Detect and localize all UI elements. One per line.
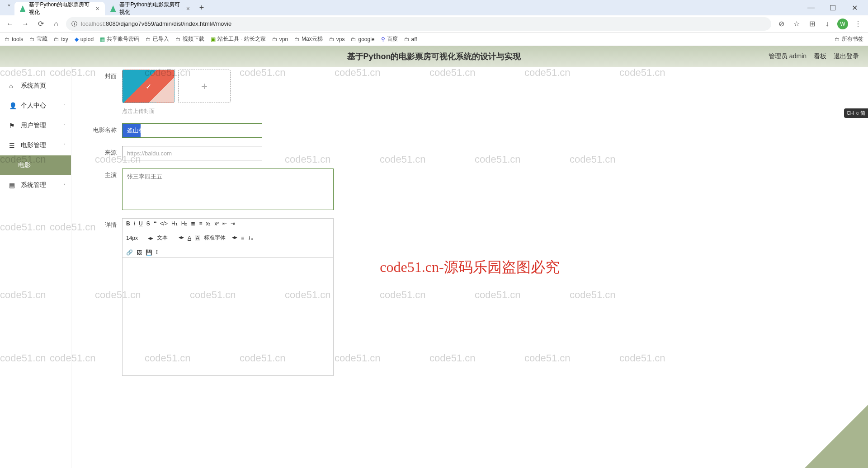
indent-button[interactable]: ⇥ <box>231 220 235 227</box>
sidebar-item-movie[interactable]: 电影 <box>0 155 71 175</box>
bookmark-zhanzhang[interactable]: ▣站长工具 - 站长之家 <box>211 35 266 43</box>
bookmark-treasure[interactable]: 🗀宝藏 <box>29 35 47 43</box>
actors-label: 主演 <box>90 168 117 179</box>
forward-button[interactable]: → <box>20 20 31 28</box>
font-family-select[interactable]: 标准字体◂▸ <box>204 234 237 242</box>
bold-button[interactable]: B <box>126 220 130 227</box>
folder-icon: 🗀 <box>294 36 300 42</box>
h1-button[interactable]: H₁ <box>171 220 178 227</box>
quote-button[interactable]: ❝ <box>154 220 156 227</box>
sidebar-item-users[interactable]: ⚑ 用户管理 ˅ <box>0 116 71 136</box>
home-button[interactable]: ⌂ <box>51 20 61 28</box>
browser-tab-1[interactable]: 基于Python的电影票房可视化 × <box>105 2 195 15</box>
font-size-select[interactable]: 14px◂▸ <box>126 235 153 241</box>
site-info-icon[interactable]: ⓘ <box>71 20 77 28</box>
bookmark-download[interactable]: 🗀视频下载 <box>175 35 204 43</box>
sub-button[interactable]: x₂ <box>206 220 211 227</box>
bookmark-aff[interactable]: 🗀aff <box>404 36 417 42</box>
bookmark-share[interactable]: ▦共享账号密码 <box>100 35 139 43</box>
site-icon: ▦ <box>100 36 105 42</box>
browser-tab-0[interactable]: 基于Python的电影票房可视化 × <box>14 2 105 15</box>
folder-icon: 🗀 <box>329 36 335 42</box>
new-tab-button[interactable]: + <box>195 1 208 14</box>
bookmark-txy[interactable]: 🗀txy <box>54 36 68 42</box>
movie-name-input[interactable] <box>122 123 262 138</box>
folder-icon: 🗀 <box>5 36 10 42</box>
folder-icon: 🗀 <box>175 36 181 42</box>
all-bookmarks[interactable]: 🗀所有书签 <box>835 35 863 43</box>
sidebar-item-home[interactable]: ⌂ 系统首页 <box>0 76 71 96</box>
ul-button[interactable]: ≡ <box>199 220 202 227</box>
sidebar-item-movies[interactable]: ☰ 电影管理 ˄ <box>0 136 71 155</box>
extensions-icon[interactable]: ⊞ <box>807 19 817 28</box>
bookmark-import[interactable]: 🗀已导入 <box>146 35 169 43</box>
sidebar-item-profile[interactable]: 👤 个人中心 ˅ <box>0 96 71 116</box>
italic-button[interactable]: I <box>134 220 135 227</box>
clear-format-button[interactable]: Tₓ <box>248 235 253 241</box>
editor-content[interactable] <box>123 258 333 375</box>
reload-button[interactable]: ⟳ <box>35 19 46 28</box>
logout-link[interactable]: 退出登录 <box>834 52 859 61</box>
name-label: 电影名称 <box>90 123 117 134</box>
download-icon[interactable]: ↓ <box>822 20 833 28</box>
app-header: 基于Python的电影票房可视化系统的设计与实现 管理员 admin 看板 退出… <box>0 46 868 67</box>
bg-color-button[interactable]: A <box>195 235 200 241</box>
url-host: localhost <box>81 20 104 27</box>
board-link[interactable]: 看板 <box>814 52 826 61</box>
window-controls: — ☐ ✕ <box>801 1 864 14</box>
chevron-down-icon: ˅ <box>63 183 66 188</box>
cover-upload-button[interactable]: + <box>178 70 231 103</box>
bookmark-vpn[interactable]: 🗀vpn <box>272 36 288 42</box>
outdent-button[interactable]: ⇤ <box>222 220 227 227</box>
bookmark-google[interactable]: 🗀google <box>351 36 374 42</box>
cover-label: 封面 <box>90 70 117 80</box>
menu-icon[interactable]: ⋮ <box>853 19 863 28</box>
stack-icon: ☰ <box>9 142 16 149</box>
flag-icon: ⚑ <box>9 122 16 129</box>
bookmark-max[interactable]: 🗀Max云梯 <box>294 35 323 43</box>
align-button[interactable]: ≡ <box>241 235 244 241</box>
code-button[interactable]: </> <box>160 220 168 227</box>
source-label: 来源 <box>90 146 117 157</box>
underline-button[interactable]: U <box>139 220 143 227</box>
image-button[interactable]: 🖼 <box>137 249 142 256</box>
folder-icon: 🗀 <box>835 36 840 42</box>
vue-icon <box>20 5 25 12</box>
chevron-down-icon: ˅ <box>63 103 66 108</box>
text-type-select[interactable]: 文本◂▸ <box>157 234 184 242</box>
sidebar: ⌂ 系统首页 👤 个人中心 ˅ ⚑ 用户管理 ˅ ☰ 电影管理 ˄ 电影 ▤ 系… <box>0 67 71 468</box>
strike-button[interactable]: S <box>146 220 150 227</box>
bookmark-vps[interactable]: 🗀vps <box>329 36 345 42</box>
close-button[interactable]: ✕ <box>844 1 864 14</box>
text-color-button[interactable]: A <box>188 235 191 241</box>
source-input[interactable] <box>122 146 262 160</box>
minimize-button[interactable]: — <box>801 1 821 14</box>
password-icon[interactable]: ⊘ <box>776 19 787 28</box>
maximize-button[interactable]: ☐ <box>823 1 843 14</box>
ime-badge[interactable]: CH ♫ 简 <box>844 108 868 118</box>
sidebar-item-system[interactable]: ▤ 系统管理 ˅ <box>0 175 71 195</box>
save-button[interactable]: 💾 <box>146 249 152 256</box>
profile-avatar[interactable]: W <box>837 19 848 29</box>
link-button[interactable]: 🔗 <box>126 249 133 256</box>
admin-label[interactable]: 管理员 admin <box>769 52 807 61</box>
bookmark-icon[interactable]: ☆ <box>791 19 802 28</box>
actors-textarea[interactable] <box>122 168 334 210</box>
sup-button[interactable]: x² <box>214 220 219 227</box>
cover-preview[interactable]: ✓ <box>122 70 175 103</box>
url-path: :8080/django7v659/admin/dist/index.html#… <box>104 20 231 27</box>
back-button[interactable]: ← <box>5 20 15 28</box>
page-title: 基于Python的电影票房可视化系统的设计与实现 <box>347 51 521 62</box>
bookmark-uplod[interactable]: ◆uplod <box>75 36 94 42</box>
url-bar[interactable]: ⓘ localhost:8080/django7v659/admin/dist/… <box>66 17 771 31</box>
bookmark-tools[interactable]: 🗀tools <box>5 36 23 42</box>
ol-button[interactable]: ≣ <box>191 220 195 227</box>
person-icon: 👤 <box>9 102 16 109</box>
bookmark-baidu[interactable]: ⚲百度 <box>381 35 398 43</box>
detail-label: 详情 <box>90 218 117 229</box>
close-icon[interactable]: × <box>96 5 99 12</box>
site-icon: ◆ <box>75 36 79 42</box>
tab-dropdown[interactable]: ˅ <box>4 2 14 13</box>
h2-button[interactable]: H₂ <box>181 220 188 227</box>
close-icon[interactable]: × <box>186 5 190 12</box>
